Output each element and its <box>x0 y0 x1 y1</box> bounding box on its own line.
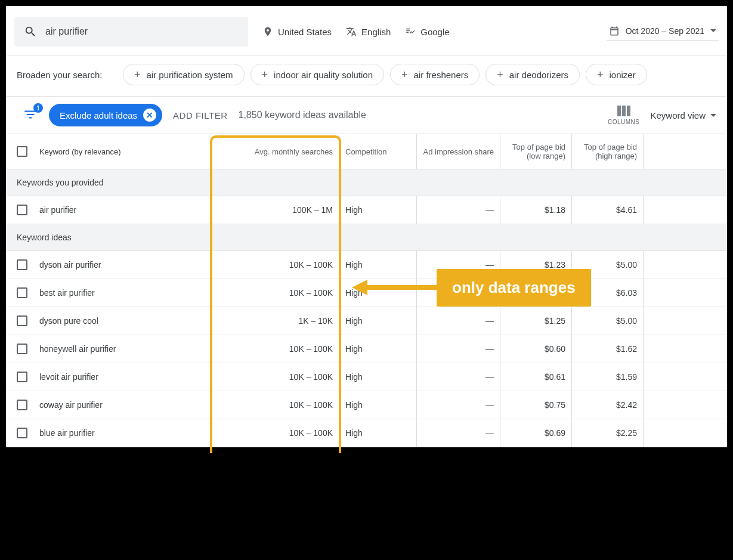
avg-cell: 10K – 100K <box>209 279 339 307</box>
arrow-icon <box>347 273 443 302</box>
location-value: United States <box>278 27 332 37</box>
broaden-chip[interactable]: +ionizer <box>586 64 647 85</box>
network-selector[interactable]: Google <box>405 26 449 37</box>
plus-icon: + <box>262 69 268 80</box>
table-header: Keyword (by relevance) Avg. monthly sear… <box>6 134 727 169</box>
chevron-down-icon <box>710 29 716 32</box>
select-all-checkbox[interactable] <box>17 146 27 157</box>
header-keyword[interactable]: Keyword (by relevance) <box>39 147 121 156</box>
search-box[interactable] <box>14 17 248 47</box>
bid-high-cell: $1.62 <box>571 335 643 363</box>
row-checkbox[interactable] <box>17 344 27 354</box>
filter-badge: 1 <box>33 103 43 113</box>
bid-high-cell: $4.61 <box>571 196 643 224</box>
header-competition[interactable]: Competition <box>339 134 416 169</box>
broaden-chip[interactable]: +air fresheners <box>390 64 480 85</box>
keyword-cell: dyson pure cool <box>39 316 98 326</box>
broaden-chip[interactable]: +indoor air quality solution <box>250 64 384 85</box>
plus-icon: + <box>401 69 408 80</box>
header-impression[interactable]: Ad impression share <box>416 134 500 169</box>
chip-label: air purification system <box>147 70 233 80</box>
table-row[interactable]: dyson pure cool1K – 10KHigh—$1.25$5.00 <box>6 307 727 335</box>
avg-cell: 10K – 100K <box>209 335 339 363</box>
imp-cell: — <box>416 419 500 447</box>
keyword-cell: dyson air purifier <box>39 260 101 270</box>
table-row[interactable]: levoit air purifier10K – 100KHigh—$0.61$… <box>6 363 727 391</box>
avg-cell: 100K – 1M <box>209 196 339 224</box>
chip-label: indoor air quality solution <box>274 70 373 80</box>
add-filter-button[interactable]: ADD FILTER <box>173 110 227 120</box>
row-checkbox[interactable] <box>17 428 27 438</box>
bid-low-cell: $0.61 <box>500 363 571 391</box>
network-icon <box>405 26 416 37</box>
bid-low-cell: $1.25 <box>500 307 571 335</box>
view-selector[interactable]: Keyword view <box>650 110 716 120</box>
annotation-callout: only data ranges <box>437 269 591 307</box>
bid-high-cell: $2.25 <box>571 419 643 447</box>
row-checkbox[interactable] <box>17 259 27 270</box>
keyword-cell: air purifier <box>39 205 76 215</box>
avg-cell: 10K – 100K <box>209 391 339 419</box>
chip-label: air deodorizers <box>509 70 568 80</box>
calendar-icon <box>609 26 620 36</box>
bid-low-cell: $0.69 <box>500 419 571 447</box>
columns-button[interactable]: COLUMNS <box>608 106 640 125</box>
date-range-value: Oct 2020 – Sep 2021 <box>626 26 704 36</box>
close-icon[interactable]: ✕ <box>143 109 156 122</box>
plus-icon: + <box>134 69 141 80</box>
table-row[interactable]: blue air purifier10K – 100KHigh—$0.69$2.… <box>6 419 727 447</box>
comp-cell: High <box>339 196 416 224</box>
header-bid-high[interactable]: Top of page bid (high range) <box>571 134 643 169</box>
row-checkbox[interactable] <box>17 315 27 326</box>
bid-low-cell: $0.60 <box>500 335 571 363</box>
avg-cell: 10K – 100K <box>209 251 339 279</box>
location-selector[interactable]: United States <box>262 26 332 37</box>
search-icon <box>24 25 37 38</box>
plus-icon: + <box>497 69 503 80</box>
bid-high-cell: $2.42 <box>571 391 643 419</box>
date-range-selector[interactable]: Oct 2020 – Sep 2021 <box>607 23 719 41</box>
view-label: Keyword view <box>650 110 706 120</box>
table-row[interactable]: honeywell air purifier10K – 100KHigh—$0.… <box>6 335 727 363</box>
bid-high-cell: $5.00 <box>571 307 643 335</box>
table-row[interactable]: coway air purifier10K – 100KHigh—$0.75$2… <box>6 391 727 419</box>
imp-cell: — <box>416 196 500 224</box>
comp-cell: High <box>339 363 416 391</box>
broaden-chip[interactable]: +air purification system <box>123 64 245 85</box>
bid-high-cell: $1.59 <box>571 363 643 391</box>
translate-icon <box>346 26 357 37</box>
chevron-down-icon <box>710 114 716 117</box>
ideas-available: 1,850 keyword ideas available <box>239 110 366 120</box>
keyword-cell: honeywell air purifier <box>39 344 116 354</box>
bid-low-cell: $0.75 <box>500 391 571 419</box>
row-checkbox[interactable] <box>17 205 27 215</box>
imp-cell: — <box>416 307 500 335</box>
row-checkbox[interactable] <box>17 372 27 382</box>
columns-icon <box>617 106 630 116</box>
row-checkbox[interactable] <box>17 400 27 410</box>
row-checkbox[interactable] <box>17 287 27 298</box>
chip-label: ionizer <box>610 70 636 80</box>
section-provided: Keywords you provided <box>6 169 727 196</box>
broaden-chip[interactable]: +air deodorizers <box>485 64 580 85</box>
exclude-adult-chip[interactable]: Exclude adult ideas ✕ <box>49 104 162 126</box>
avg-cell: 1K – 10K <box>209 307 339 335</box>
table-row[interactable]: air purifier100K – 1MHigh—$1.18$4.61 <box>6 196 727 224</box>
language-value: English <box>361 27 391 37</box>
section-ideas: Keyword ideas <box>6 224 727 251</box>
header-bid-low[interactable]: Top of page bid (low range) <box>500 134 571 169</box>
keyword-cell: blue air purifier <box>39 428 95 438</box>
comp-cell: High <box>339 419 416 447</box>
language-selector[interactable]: English <box>346 26 391 37</box>
comp-cell: High <box>339 307 416 335</box>
search-input[interactable] <box>45 26 239 37</box>
network-value: Google <box>420 27 449 37</box>
imp-cell: — <box>416 391 500 419</box>
comp-cell: High <box>339 335 416 363</box>
keyword-cell: coway air purifier <box>39 400 103 410</box>
keyword-cell: levoit air purifier <box>39 372 98 382</box>
avg-cell: 10K – 100K <box>209 363 339 391</box>
header-avg[interactable]: Avg. monthly searches <box>209 134 339 169</box>
chip-label: air fresheners <box>414 70 469 80</box>
filter-funnel[interactable]: 1 <box>23 107 38 124</box>
